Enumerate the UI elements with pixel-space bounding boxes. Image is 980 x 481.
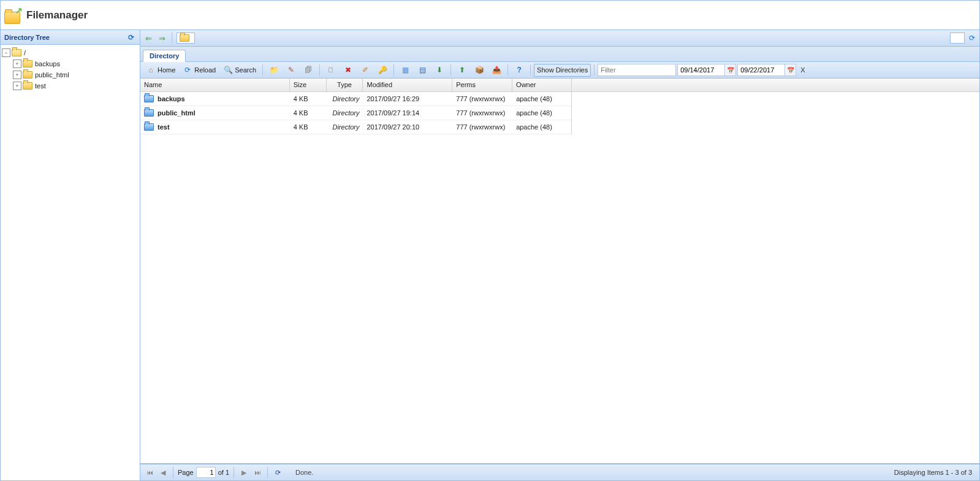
- home-icon: ⌂: [146, 65, 156, 75]
- row-modified: 2017/09/27 19:14: [363, 109, 452, 117]
- grid-header-filler: [572, 79, 979, 92]
- first-page-icon[interactable]: ⏮: [144, 467, 155, 478]
- calendar-icon[interactable]: 📅: [725, 64, 736, 76]
- toolbar: ⌂ Home ⟳ Reload 🔍 Search 📁 ✎ 🗐 🗋 ✖: [140, 62, 979, 79]
- separator: [507, 64, 508, 75]
- copy-button[interactable]: 🗐: [300, 64, 316, 77]
- extract-button[interactable]: 📤: [488, 64, 504, 77]
- show-directories-button[interactable]: Show Directories: [534, 64, 591, 77]
- col-type[interactable]: Type: [327, 79, 363, 91]
- home-label: Home: [158, 66, 175, 74]
- app-header: ↗ Filemanager: [1, 1, 979, 30]
- separator: [173, 467, 173, 478]
- row-size: 4 KB: [290, 123, 327, 131]
- directory-tree: / backups public_html: [1, 45, 140, 480]
- expand-icon[interactable]: [13, 82, 21, 90]
- edit-button[interactable]: ✎: [283, 64, 299, 77]
- tree-node-label: public_html: [35, 71, 69, 79]
- reload-label: Reload: [194, 66, 216, 74]
- grid-header: Name Size Type Modified Perms Owner: [140, 79, 572, 92]
- row-perms: 777 (rwxrwxrwx): [452, 95, 512, 102]
- sidebar-title: Directory Tree: [4, 34, 50, 41]
- folder-icon: [23, 60, 32, 67]
- reload-button[interactable]: ⟳ Reload: [180, 64, 219, 77]
- path-root-chip[interactable]: [177, 33, 195, 44]
- download-button[interactable]: ⬇: [431, 64, 447, 77]
- tree-root[interactable]: /: [2, 47, 139, 58]
- upload-button[interactable]: ⬆: [454, 64, 470, 77]
- search-button[interactable]: 🔍 Search: [220, 64, 259, 77]
- row-size: 4 KB: [290, 95, 327, 102]
- new-file-button[interactable]: 🗋: [323, 64, 339, 77]
- last-page-icon[interactable]: ⏭: [252, 467, 263, 478]
- pager-status: Displaying Items 1 - 3 of 3: [894, 469, 976, 476]
- date-to-input[interactable]: [737, 64, 785, 76]
- row-name: backups: [158, 95, 185, 102]
- tab-directory[interactable]: Directory: [143, 50, 186, 62]
- calendar-icon[interactable]: 📅: [785, 64, 796, 76]
- tree-node-backups[interactable]: backups: [13, 58, 139, 69]
- row-modified: 2017/09/27 20:10: [363, 123, 452, 131]
- row-owner: apache (48): [512, 109, 571, 117]
- expand-icon[interactable]: [13, 71, 21, 79]
- col-perms[interactable]: Perms: [452, 79, 512, 91]
- tree-node-public-html[interactable]: public_html: [13, 69, 139, 80]
- row-type: Directory: [327, 95, 363, 102]
- select-none-button[interactable]: ▤: [414, 64, 430, 77]
- new-folder-icon: 📁: [269, 65, 279, 75]
- date-from-field[interactable]: 📅: [677, 64, 736, 76]
- delete-button[interactable]: ✖: [340, 64, 356, 77]
- sidebar: Directory Tree ⟳ / backups: [1, 30, 140, 480]
- clear-label: X: [800, 66, 805, 74]
- collapse-icon[interactable]: [2, 48, 10, 57]
- folder-icon: [144, 95, 154, 102]
- col-name[interactable]: Name: [140, 79, 290, 91]
- rename-button[interactable]: ✐: [357, 64, 373, 77]
- download-icon: ⬇: [435, 65, 444, 75]
- next-page-icon[interactable]: ▶: [238, 467, 249, 478]
- nav-forward-icon[interactable]: ⇒: [156, 33, 167, 44]
- new-folder-button[interactable]: 📁: [266, 64, 282, 77]
- expand-icon[interactable]: [13, 60, 21, 68]
- row-name: public_html: [158, 109, 196, 117]
- tree-node-test[interactable]: test: [13, 80, 139, 91]
- address-box[interactable]: [950, 33, 965, 44]
- table-row[interactable]: test4 KBDirectory2017/09/27 20:10777 (rw…: [140, 120, 571, 134]
- row-perms: 777 (rwxrwxrwx): [452, 123, 512, 131]
- nav-back-icon[interactable]: ⇐: [143, 33, 154, 44]
- prev-page-icon[interactable]: ◀: [158, 467, 169, 478]
- folder-open-icon: [12, 49, 21, 56]
- new-file-icon: 🗋: [326, 65, 336, 75]
- filemanager-logo-icon: ↗: [4, 7, 21, 24]
- filter-input[interactable]: [598, 64, 676, 76]
- page-label: Page: [178, 469, 194, 476]
- table-row[interactable]: public_html4 KBDirectory2017/09/27 19:14…: [140, 106, 571, 120]
- page-of-label: of 1: [218, 469, 229, 476]
- home-button[interactable]: ⌂ Home: [143, 64, 178, 77]
- row-modified: 2017/09/27 16:29: [363, 95, 452, 102]
- clear-filter-button[interactable]: X: [797, 64, 808, 77]
- separator: [319, 64, 320, 75]
- date-from-input[interactable]: [677, 64, 725, 76]
- col-modified[interactable]: Modified: [363, 79, 452, 91]
- col-size[interactable]: Size: [290, 79, 327, 91]
- refresh-icon[interactable]: ⟳: [967, 33, 977, 43]
- col-owner[interactable]: Owner: [512, 79, 571, 91]
- row-size: 4 KB: [290, 109, 327, 117]
- table-row[interactable]: backups4 KBDirectory2017/09/27 16:29777 …: [140, 92, 571, 106]
- refresh-page-icon[interactable]: ⟳: [272, 467, 283, 478]
- permissions-button[interactable]: 🔑: [374, 64, 390, 77]
- main-panel: ⇐ ⇒ ⟳ Directory ⌂ Home: [140, 30, 979, 480]
- select-all-button[interactable]: ▦: [397, 64, 413, 77]
- refresh-tree-icon[interactable]: ⟳: [126, 33, 136, 42]
- extract-icon: 📤: [492, 65, 501, 75]
- folder-icon: [23, 71, 32, 79]
- archive-button[interactable]: 📦: [471, 64, 487, 77]
- edit-icon: ✎: [286, 65, 296, 75]
- nav-bar: ⇐ ⇒ ⟳: [140, 30, 979, 47]
- help-button[interactable]: ?: [511, 64, 527, 77]
- folder-icon: [144, 109, 154, 117]
- page-input[interactable]: [196, 467, 216, 478]
- date-to-field[interactable]: 📅: [737, 64, 796, 76]
- separator: [262, 64, 263, 75]
